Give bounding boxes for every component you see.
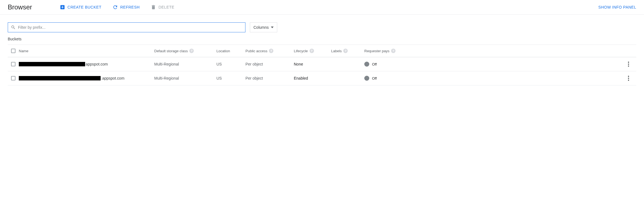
refresh-button[interactable]: REFRESH: [112, 4, 140, 10]
filter-row: Columns: [0, 15, 644, 37]
table-header: Name Default storage class ? Location Pu…: [8, 45, 636, 57]
col-header-lifecycle: Lifecycle ?: [294, 49, 331, 53]
create-bucket-button[interactable]: CREATE BUCKET: [60, 4, 101, 10]
create-bucket-label: CREATE BUCKET: [67, 5, 101, 9]
redacted-name: [19, 62, 85, 66]
refresh-icon: [112, 4, 118, 10]
select-all-checkbox[interactable]: [11, 49, 15, 53]
bucket-name-cell[interactable]: .appspot.com: [19, 76, 154, 80]
delete-button: DELETE: [151, 4, 174, 10]
requester-pays-cell: Off: [364, 62, 409, 67]
col-header-name[interactable]: Name: [19, 49, 154, 53]
search-icon: [11, 25, 16, 30]
toggle-knob: [364, 62, 369, 67]
requester-pays-cell: Off: [364, 76, 409, 81]
col-header-access-label: Public access: [245, 49, 267, 53]
col-header-labels-label: Labels: [331, 49, 342, 53]
page-title: Browser: [8, 3, 32, 11]
location-cell: US: [216, 76, 245, 80]
section-label: Buckets: [0, 37, 644, 45]
col-header-access: Public access ?: [245, 49, 294, 53]
row-checkbox[interactable]: [11, 76, 15, 80]
toolbar: CREATE BUCKET REFRESH DELETE: [60, 4, 598, 10]
refresh-label: REFRESH: [120, 5, 140, 9]
bucket-name-suffix: appspot.com: [86, 62, 108, 66]
lifecycle-cell[interactable]: Enabled: [294, 76, 331, 80]
col-header-labels: Labels ?: [331, 49, 364, 53]
row-check-cell: [8, 76, 19, 80]
delete-label: DELETE: [158, 5, 174, 9]
storage-class-cell: Multi-Regional: [154, 62, 216, 66]
columns-dropdown[interactable]: Columns: [250, 22, 277, 32]
help-icon[interactable]: ?: [391, 49, 396, 53]
requester-pays-toggle[interactable]: Off: [364, 76, 377, 81]
requester-pays-toggle[interactable]: Off: [364, 62, 377, 67]
redacted-name: [19, 76, 101, 80]
location-cell: US: [216, 62, 245, 66]
toggle-knob: [364, 76, 369, 81]
col-header-storage: Default storage class ?: [154, 49, 216, 53]
toggle-label: Off: [372, 62, 377, 66]
table-row: appspot.com Multi-Regional US Per object…: [8, 57, 636, 71]
chevron-down-icon: [271, 26, 274, 29]
storage-class-cell: Multi-Regional: [154, 76, 216, 80]
col-header-storage-label: Default storage class: [154, 49, 188, 53]
trash-icon: [151, 4, 156, 10]
header-toolbar: Browser CREATE BUCKET REFRESH DELETE SHO…: [0, 0, 644, 15]
buckets-table: Name Default storage class ? Location Pu…: [8, 45, 636, 85]
bucket-name-suffix: .appspot.com: [101, 76, 124, 80]
add-bucket-icon: [60, 4, 65, 10]
select-all-cell: [8, 49, 19, 53]
col-header-requester: Requester pays ?: [364, 49, 409, 53]
row-actions-menu[interactable]: [627, 61, 630, 68]
row-actions-menu[interactable]: [627, 75, 630, 82]
help-icon[interactable]: ?: [269, 49, 273, 53]
help-icon[interactable]: ?: [343, 49, 348, 53]
columns-label: Columns: [253, 25, 269, 30]
public-access-cell: Per object: [245, 76, 294, 80]
lifecycle-cell[interactable]: None: [294, 62, 331, 66]
row-checkbox[interactable]: [11, 62, 15, 66]
help-icon[interactable]: ?: [310, 49, 314, 53]
filter-container: [8, 22, 245, 32]
filter-input[interactable]: [18, 25, 242, 30]
public-access-cell: Per object: [245, 62, 294, 66]
row-check-cell: [8, 62, 19, 66]
help-icon[interactable]: ?: [189, 49, 194, 53]
show-info-panel-button[interactable]: SHOW INFO PANEL: [598, 5, 636, 9]
col-header-lifecycle-label: Lifecycle: [294, 49, 308, 53]
bucket-name-cell[interactable]: appspot.com: [19, 62, 154, 66]
col-header-requester-label: Requester pays: [364, 49, 389, 53]
col-header-location: Location: [216, 49, 245, 53]
toggle-label: Off: [372, 76, 377, 80]
table-row: .appspot.com Multi-Regional US Per objec…: [8, 71, 636, 85]
